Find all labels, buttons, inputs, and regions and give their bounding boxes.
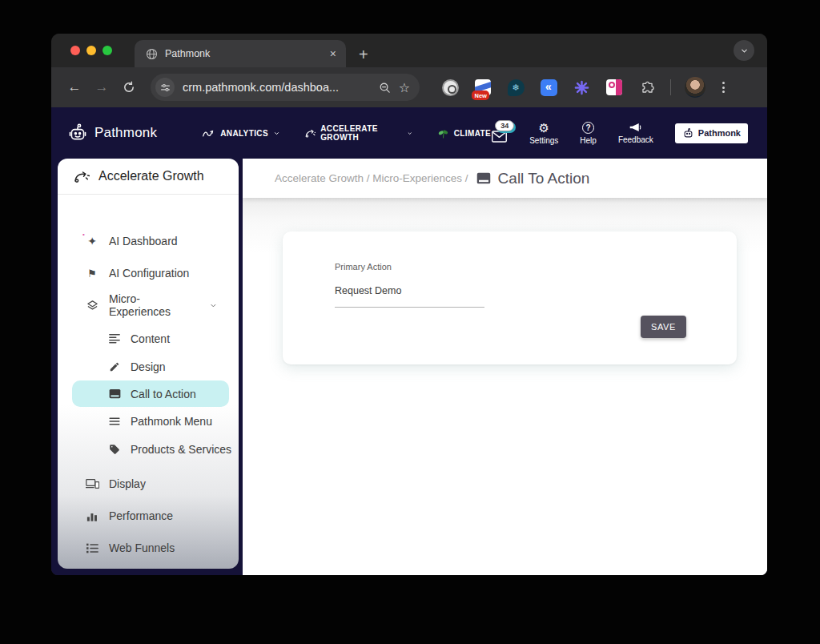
- hamburger-icon: [108, 417, 121, 425]
- sidebar-item-label: Products & Services: [131, 443, 231, 456]
- tab-search-chevron-button[interactable]: [734, 40, 754, 61]
- settings-button[interactable]: ⚙ Settings: [529, 122, 558, 145]
- primary-action-input[interactable]: [335, 285, 484, 308]
- chevron-down-icon: [407, 130, 412, 137]
- extension-rewind-icon[interactable]: «: [539, 78, 558, 97]
- globe-favicon-icon: [146, 48, 158, 60]
- browser-menu-icon[interactable]: [719, 82, 728, 93]
- chevron-down-icon: [740, 46, 749, 55]
- sidebar-item-call-to-action[interactable]: Call to Action: [72, 380, 229, 407]
- nav-right: 34 ⚙ Settings ? Help Feedb: [491, 122, 748, 145]
- nav-menus: ANALYTICS ACCELERATE GROWTH: [202, 124, 491, 142]
- bar-chart-icon: [85, 511, 99, 521]
- menu-climate[interactable]: CLIMATE: [437, 127, 492, 139]
- back-button[interactable]: ←: [62, 79, 86, 95]
- pathmonk-account-button[interactable]: Pathmonk: [675, 123, 748, 143]
- squiggle-chart-icon: [202, 127, 215, 139]
- tab-title: Pathmonk: [165, 48, 323, 59]
- content-area: Primary Action SAVE: [243, 198, 767, 575]
- pencil-icon: [108, 361, 121, 372]
- primary-action-label: Primary Action: [335, 262, 686, 272]
- tag-icon: [108, 444, 121, 455]
- brand-name: Pathmonk: [94, 125, 157, 141]
- sidebar-item-label: Micro-Experiences: [109, 292, 199, 318]
- sidebar-header: Accelerate Growth: [58, 159, 239, 195]
- sidebar-item-label: AI Dashboard: [109, 235, 178, 248]
- robot-icon: [682, 127, 694, 139]
- menu-label: CLIMATE: [454, 129, 492, 138]
- reload-button[interactable]: [117, 81, 141, 94]
- toolbar-divider: [670, 79, 671, 95]
- sidebar-item-web-funnels[interactable]: Web Funnels: [58, 532, 239, 564]
- sidebar-item-label: Web Funnels: [109, 541, 175, 554]
- site-settings-icon[interactable]: [155, 78, 175, 97]
- menu-label: ACCELERATE GROWTH: [320, 124, 402, 142]
- profile-avatar[interactable]: [685, 77, 705, 98]
- browser-tab[interactable]: Pathmonk ×: [135, 40, 346, 67]
- bookmark-star-icon[interactable]: ☆: [399, 80, 410, 95]
- sidebar-item-ai-dashboard[interactable]: ✦ AI Dashboard: [58, 225, 239, 257]
- zoom-window-button[interactable]: [102, 46, 112, 55]
- menu-accelerate-growth[interactable]: ACCELERATE GROWTH: [304, 124, 413, 142]
- cta-icon: [108, 388, 121, 399]
- sidebar-item-products-services[interactable]: Products & Services: [58, 435, 239, 463]
- pathmonk-brand[interactable]: Pathmonk: [67, 123, 157, 143]
- question-circle-icon: ?: [582, 122, 594, 134]
- sidebar-item-pathmonk-menu[interactable]: Pathmonk Menu: [58, 407, 239, 435]
- app-navbar: Pathmonk ANALYTICS ACCELERATE GROWTH: [51, 107, 767, 159]
- sprout-icon: [437, 127, 449, 139]
- gear-icon: ⚙: [539, 122, 549, 134]
- browser-window: Pathmonk × + ← → crm.pathmonk.com/dashbo…: [51, 34, 767, 575]
- notifications-button[interactable]: 34: [491, 130, 508, 143]
- sidebar-item-performance[interactable]: Performance: [58, 500, 239, 532]
- extension-privacy-clock-icon[interactable]: [440, 78, 460, 97]
- extension-with-new-badge-icon[interactable]: New: [473, 78, 492, 97]
- growth-arrow-icon: [72, 168, 90, 184]
- flag-icon: ⚑: [85, 268, 99, 280]
- chevron-down-icon: [209, 301, 218, 310]
- extension-snowflake-chat-icon[interactable]: ❄: [506, 78, 525, 97]
- align-left-icon: [108, 333, 121, 344]
- close-window-button[interactable]: [70, 46, 80, 55]
- sidebar-item-label: Design: [131, 360, 166, 373]
- breadcrumb[interactable]: Accelerate Growth / Micro-Experiences /: [275, 172, 468, 184]
- zoom-out-icon[interactable]: [379, 82, 391, 94]
- primary-action-card: Primary Action SAVE: [283, 231, 737, 364]
- page-title: Call To Action: [498, 170, 590, 187]
- sidebar-item-micro-experiences[interactable]: Micro-Experiences: [58, 289, 239, 321]
- feedback-button[interactable]: Feedback: [618, 122, 653, 144]
- sidebar-item-ai-configuration[interactable]: ⚑ AI Configuration: [58, 257, 239, 289]
- devices-icon: [85, 478, 99, 489]
- help-button[interactable]: ? Help: [580, 122, 597, 145]
- traffic-lights: [70, 46, 112, 55]
- address-bar[interactable]: crm.pathmonk.com/dashboa... ☆: [151, 74, 420, 101]
- sidebar-item-display[interactable]: Display: [58, 468, 239, 500]
- sidebar-item-content[interactable]: Content: [58, 324, 239, 352]
- sidebar-item-design[interactable]: Design: [58, 352, 239, 380]
- notification-count-badge: 34: [495, 120, 514, 131]
- sidebar-list: ✦ AI Dashboard ⚑ AI Configuration: [58, 195, 239, 564]
- help-label: Help: [580, 136, 597, 145]
- sidebar-title: Accelerate Growth: [98, 169, 204, 183]
- sparkle-icon: ✦: [85, 235, 99, 248]
- url-text[interactable]: crm.pathmonk.com/dashboa...: [183, 81, 371, 94]
- new-tab-button[interactable]: +: [359, 46, 368, 62]
- forward-button[interactable]: →: [90, 79, 114, 95]
- tab-close-icon[interactable]: ×: [330, 48, 336, 59]
- sidebar-item-label: Display: [109, 477, 146, 490]
- extensions-puzzle-icon[interactable]: [637, 78, 657, 97]
- list-icon: [85, 543, 99, 553]
- sidebar-item-label: Pathmonk Menu: [131, 415, 212, 428]
- sidebar: Accelerate Growth ✦ AI Dashboard ⚑ AI Co…: [58, 159, 239, 569]
- growth-arrow-icon: [304, 127, 316, 139]
- save-button[interactable]: SAVE: [641, 316, 686, 338]
- minimize-window-button[interactable]: [86, 46, 96, 55]
- sidebar-item-label: Performance: [109, 509, 173, 522]
- menu-analytics[interactable]: ANALYTICS: [202, 127, 280, 139]
- new-badge: New: [472, 91, 489, 100]
- page-title-wrap: Call To Action: [476, 170, 590, 187]
- extension-pink-search-icon[interactable]: [605, 78, 624, 97]
- chevron-down-icon: [273, 130, 280, 137]
- extension-starburst-icon[interactable]: [572, 78, 591, 97]
- page-body: Accelerate Growth ✦ AI Dashboard ⚑ AI Co…: [51, 159, 767, 575]
